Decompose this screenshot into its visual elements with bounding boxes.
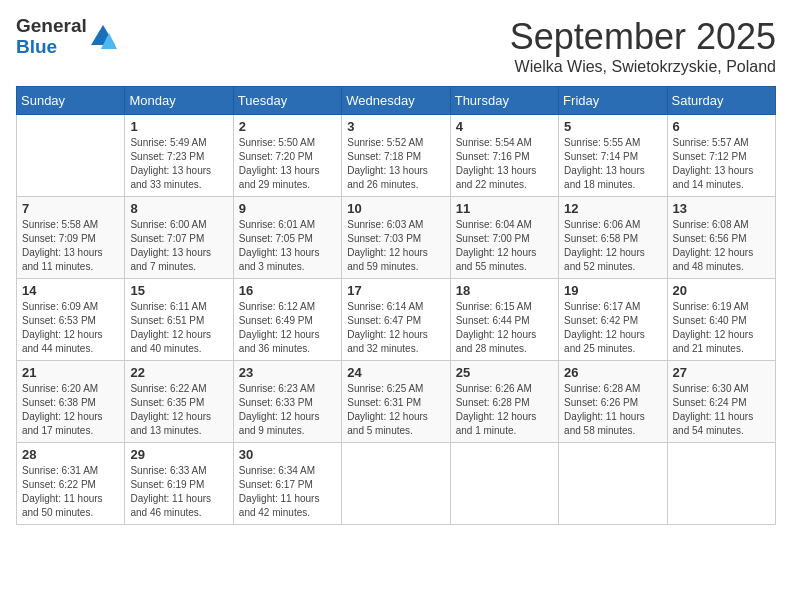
day-info: Sunrise: 6:33 AMSunset: 6:19 PMDaylight:… [130, 464, 227, 520]
day-info: Sunrise: 6:04 AMSunset: 7:00 PMDaylight:… [456, 218, 553, 274]
day-info: Sunrise: 5:57 AMSunset: 7:12 PMDaylight:… [673, 136, 770, 192]
day-info: Sunrise: 6:01 AMSunset: 7:05 PMDaylight:… [239, 218, 336, 274]
logo-icon [89, 23, 117, 51]
calendar-cell [342, 443, 450, 525]
calendar-cell: 10Sunrise: 6:03 AMSunset: 7:03 PMDayligh… [342, 197, 450, 279]
calendar-cell: 4Sunrise: 5:54 AMSunset: 7:16 PMDaylight… [450, 115, 558, 197]
day-number: 22 [130, 365, 227, 380]
day-info: Sunrise: 6:15 AMSunset: 6:44 PMDaylight:… [456, 300, 553, 356]
day-number: 17 [347, 283, 444, 298]
day-number: 7 [22, 201, 119, 216]
calendar-table: SundayMondayTuesdayWednesdayThursdayFrid… [16, 86, 776, 525]
calendar-cell: 27Sunrise: 6:30 AMSunset: 6:24 PMDayligh… [667, 361, 775, 443]
calendar-cell: 30Sunrise: 6:34 AMSunset: 6:17 PMDayligh… [233, 443, 341, 525]
day-info: Sunrise: 6:17 AMSunset: 6:42 PMDaylight:… [564, 300, 661, 356]
calendar-cell: 26Sunrise: 6:28 AMSunset: 6:26 PMDayligh… [559, 361, 667, 443]
day-info: Sunrise: 6:22 AMSunset: 6:35 PMDaylight:… [130, 382, 227, 438]
calendar-cell: 20Sunrise: 6:19 AMSunset: 6:40 PMDayligh… [667, 279, 775, 361]
day-info: Sunrise: 6:06 AMSunset: 6:58 PMDaylight:… [564, 218, 661, 274]
day-info: Sunrise: 6:11 AMSunset: 6:51 PMDaylight:… [130, 300, 227, 356]
day-number: 2 [239, 119, 336, 134]
day-number: 26 [564, 365, 661, 380]
day-info: Sunrise: 5:55 AMSunset: 7:14 PMDaylight:… [564, 136, 661, 192]
calendar-cell: 25Sunrise: 6:26 AMSunset: 6:28 PMDayligh… [450, 361, 558, 443]
calendar-cell: 8Sunrise: 6:00 AMSunset: 7:07 PMDaylight… [125, 197, 233, 279]
calendar-cell: 14Sunrise: 6:09 AMSunset: 6:53 PMDayligh… [17, 279, 125, 361]
calendar-cell: 21Sunrise: 6:20 AMSunset: 6:38 PMDayligh… [17, 361, 125, 443]
day-number: 5 [564, 119, 661, 134]
col-header-tuesday: Tuesday [233, 87, 341, 115]
calendar-cell [450, 443, 558, 525]
day-info: Sunrise: 6:25 AMSunset: 6:31 PMDaylight:… [347, 382, 444, 438]
calendar-cell: 1Sunrise: 5:49 AMSunset: 7:23 PMDaylight… [125, 115, 233, 197]
logo: General Blue [16, 16, 117, 58]
calendar-week-row: 21Sunrise: 6:20 AMSunset: 6:38 PMDayligh… [17, 361, 776, 443]
day-info: Sunrise: 6:00 AMSunset: 7:07 PMDaylight:… [130, 218, 227, 274]
day-number: 4 [456, 119, 553, 134]
day-number: 11 [456, 201, 553, 216]
day-number: 29 [130, 447, 227, 462]
day-info: Sunrise: 6:31 AMSunset: 6:22 PMDaylight:… [22, 464, 119, 520]
col-header-saturday: Saturday [667, 87, 775, 115]
calendar-cell [17, 115, 125, 197]
day-number: 3 [347, 119, 444, 134]
col-header-wednesday: Wednesday [342, 87, 450, 115]
title-block: September 2025 Wielka Wies, Swietokrzysk… [510, 16, 776, 76]
day-number: 19 [564, 283, 661, 298]
calendar-cell: 2Sunrise: 5:50 AMSunset: 7:20 PMDaylight… [233, 115, 341, 197]
day-number: 18 [456, 283, 553, 298]
calendar-cell: 24Sunrise: 6:25 AMSunset: 6:31 PMDayligh… [342, 361, 450, 443]
day-number: 16 [239, 283, 336, 298]
calendar-cell [559, 443, 667, 525]
day-info: Sunrise: 6:26 AMSunset: 6:28 PMDaylight:… [456, 382, 553, 438]
day-number: 24 [347, 365, 444, 380]
calendar-cell: 7Sunrise: 5:58 AMSunset: 7:09 PMDaylight… [17, 197, 125, 279]
calendar-week-row: 1Sunrise: 5:49 AMSunset: 7:23 PMDaylight… [17, 115, 776, 197]
calendar-week-row: 28Sunrise: 6:31 AMSunset: 6:22 PMDayligh… [17, 443, 776, 525]
calendar-cell: 3Sunrise: 5:52 AMSunset: 7:18 PMDaylight… [342, 115, 450, 197]
calendar-week-row: 7Sunrise: 5:58 AMSunset: 7:09 PMDaylight… [17, 197, 776, 279]
day-number: 28 [22, 447, 119, 462]
day-number: 25 [456, 365, 553, 380]
day-number: 9 [239, 201, 336, 216]
logo-blue: Blue [16, 37, 87, 58]
calendar-cell: 15Sunrise: 6:11 AMSunset: 6:51 PMDayligh… [125, 279, 233, 361]
day-number: 12 [564, 201, 661, 216]
day-info: Sunrise: 6:12 AMSunset: 6:49 PMDaylight:… [239, 300, 336, 356]
day-info: Sunrise: 5:52 AMSunset: 7:18 PMDaylight:… [347, 136, 444, 192]
calendar-cell: 22Sunrise: 6:22 AMSunset: 6:35 PMDayligh… [125, 361, 233, 443]
day-number: 14 [22, 283, 119, 298]
calendar-cell: 28Sunrise: 6:31 AMSunset: 6:22 PMDayligh… [17, 443, 125, 525]
col-header-thursday: Thursday [450, 87, 558, 115]
calendar-cell: 13Sunrise: 6:08 AMSunset: 6:56 PMDayligh… [667, 197, 775, 279]
calendar-cell: 5Sunrise: 5:55 AMSunset: 7:14 PMDaylight… [559, 115, 667, 197]
day-info: Sunrise: 6:09 AMSunset: 6:53 PMDaylight:… [22, 300, 119, 356]
day-info: Sunrise: 5:58 AMSunset: 7:09 PMDaylight:… [22, 218, 119, 274]
day-info: Sunrise: 6:20 AMSunset: 6:38 PMDaylight:… [22, 382, 119, 438]
page-header: General Blue September 2025 Wielka Wies,… [16, 16, 776, 76]
day-number: 1 [130, 119, 227, 134]
day-info: Sunrise: 6:03 AMSunset: 7:03 PMDaylight:… [347, 218, 444, 274]
day-number: 13 [673, 201, 770, 216]
day-number: 15 [130, 283, 227, 298]
day-info: Sunrise: 5:54 AMSunset: 7:16 PMDaylight:… [456, 136, 553, 192]
day-number: 27 [673, 365, 770, 380]
day-number: 8 [130, 201, 227, 216]
calendar-cell: 12Sunrise: 6:06 AMSunset: 6:58 PMDayligh… [559, 197, 667, 279]
col-header-friday: Friday [559, 87, 667, 115]
day-number: 20 [673, 283, 770, 298]
logo-general: General [16, 16, 87, 37]
day-info: Sunrise: 6:23 AMSunset: 6:33 PMDaylight:… [239, 382, 336, 438]
calendar-cell [667, 443, 775, 525]
day-number: 10 [347, 201, 444, 216]
calendar-cell: 16Sunrise: 6:12 AMSunset: 6:49 PMDayligh… [233, 279, 341, 361]
col-header-sunday: Sunday [17, 87, 125, 115]
day-info: Sunrise: 6:34 AMSunset: 6:17 PMDaylight:… [239, 464, 336, 520]
day-info: Sunrise: 6:14 AMSunset: 6:47 PMDaylight:… [347, 300, 444, 356]
day-number: 21 [22, 365, 119, 380]
day-info: Sunrise: 5:50 AMSunset: 7:20 PMDaylight:… [239, 136, 336, 192]
calendar-cell: 18Sunrise: 6:15 AMSunset: 6:44 PMDayligh… [450, 279, 558, 361]
day-info: Sunrise: 6:30 AMSunset: 6:24 PMDaylight:… [673, 382, 770, 438]
calendar-cell: 9Sunrise: 6:01 AMSunset: 7:05 PMDaylight… [233, 197, 341, 279]
calendar-cell: 11Sunrise: 6:04 AMSunset: 7:00 PMDayligh… [450, 197, 558, 279]
